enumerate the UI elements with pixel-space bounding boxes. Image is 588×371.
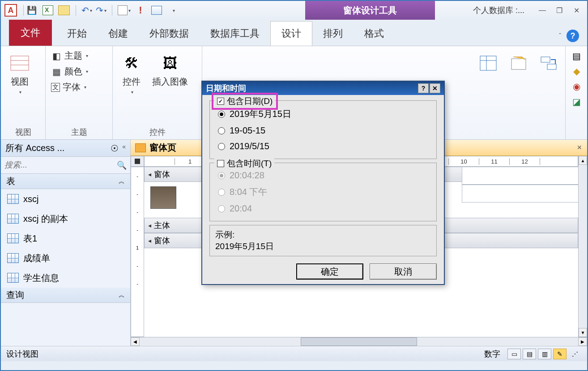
table-icon	[7, 273, 19, 283]
tab-home[interactable]: 开始	[56, 22, 98, 46]
scroll-left-icon[interactable]: ◀	[131, 337, 140, 346]
scroll-thumb[interactable]	[301, 337, 417, 346]
svg-rect-7	[541, 57, 550, 62]
section-arrow-icon: ◂	[148, 237, 151, 244]
radio-icon	[218, 172, 225, 179]
convert-macro-icon[interactable]: ◪	[569, 95, 584, 108]
section-arrow-icon: ◂	[148, 171, 151, 178]
chevron-up-icon: ︽	[119, 291, 125, 299]
redo-button[interactable]: ↷▾	[96, 5, 107, 16]
tab-create[interactable]: 创建	[98, 22, 139, 46]
qat-customize-icon[interactable]: ▾	[167, 4, 180, 17]
header-controls-area	[462, 167, 587, 203]
new-object-button[interactable]: ▾	[118, 5, 131, 15]
save-icon[interactable]: 💾	[26, 4, 38, 17]
group-label-controls: 控件	[118, 125, 196, 138]
image-icon: 🖼	[159, 52, 181, 74]
svg-rect-0	[11, 56, 29, 70]
export-excel-icon[interactable]	[42, 4, 54, 17]
tab-external-data[interactable]: 外部数据	[139, 22, 200, 46]
datasheet-view-icon[interactable]: ▤	[523, 349, 536, 359]
tab-arrange[interactable]: 排列	[312, 22, 354, 46]
radio-icon	[218, 127, 225, 134]
nav-item-table[interactable]: 成绩单	[1, 248, 130, 268]
view-icon	[9, 52, 30, 74]
nav-group-tables[interactable]: 表︽	[1, 174, 130, 189]
themes-icon: ◧	[51, 51, 62, 61]
placeholder-control[interactable]	[462, 185, 587, 203]
scroll-down-icon[interactable]: ▼	[579, 328, 587, 337]
design-view-icon[interactable]: ✎	[553, 349, 567, 359]
dialog-titlebar[interactable]: 日期和时间 ? ✕	[202, 82, 444, 95]
include-date-checkbox[interactable]: 包含日期(D)	[214, 95, 275, 107]
nav-item-table[interactable]: 学生信息	[1, 268, 130, 288]
add-fields-icon[interactable]	[477, 52, 499, 74]
tab-database-tools[interactable]: 数据库工具	[200, 22, 270, 46]
view-button[interactable]: 视图 ▾	[6, 50, 33, 125]
scroll-up-icon[interactable]: ▲	[579, 156, 587, 165]
cancel-button[interactable]: 取消	[370, 263, 437, 280]
controls-button[interactable]: 🛠 控件 ▾	[118, 50, 145, 125]
warning-icon[interactable]: !	[134, 4, 147, 17]
ribbon-tabs: 文件 开始 创建 外部数据 数据库工具 设计 排列 格式 ˆ ?	[1, 20, 587, 46]
table-icon	[7, 194, 19, 204]
property-sheet-icon[interactable]	[508, 52, 529, 74]
resize-grip-icon[interactable]: ⋰	[568, 349, 582, 359]
search-icon[interactable]: 🔍	[117, 160, 127, 170]
ribbon-expand-icon[interactable]: ˆ	[559, 32, 561, 39]
horizontal-scrollbar[interactable]: ◀ ▶	[131, 337, 587, 346]
search-input[interactable]	[4, 160, 117, 170]
undo-button[interactable]: ↶▾	[81, 5, 92, 16]
search-box[interactable]: 🔍	[1, 157, 130, 174]
nav-item-table[interactable]: xscj 的副本	[1, 209, 130, 229]
include-time-checkbox[interactable]: 包含时间(T)	[214, 158, 274, 169]
date-format-option-2[interactable]: 19-05-15	[216, 123, 430, 138]
tab-order-icon[interactable]	[538, 52, 560, 74]
nav-pane-header[interactable]: 所有 Access ... ☉«	[1, 140, 130, 157]
date-format-option-1[interactable]: 2019年5月15日	[216, 105, 430, 123]
tab-file[interactable]: 文件	[9, 20, 52, 46]
themes-button[interactable]: ◧主题 ▾	[51, 50, 88, 62]
ruler-corner[interactable]	[131, 156, 144, 167]
fonts-button[interactable]: 文字体 ▾	[51, 81, 88, 93]
edit-icon[interactable]	[58, 4, 70, 17]
svg-rect-3	[480, 56, 496, 70]
close-tab-icon[interactable]: ×	[577, 143, 582, 152]
datasheet-icon[interactable]	[150, 4, 163, 17]
placeholder-control[interactable]	[462, 167, 587, 185]
code-icon[interactable]: ◆	[569, 65, 584, 78]
vertical-ruler[interactable]: ----1--	[131, 167, 144, 337]
status-mode-label: 数字	[484, 349, 500, 359]
help-icon[interactable]: ?	[567, 30, 579, 42]
tab-design[interactable]: 设计	[270, 21, 312, 46]
tab-format[interactable]: 格式	[354, 22, 395, 46]
restore-icon[interactable]: ❐	[553, 5, 566, 16]
dialog-help-icon[interactable]: ?	[418, 83, 429, 93]
radio-icon	[218, 143, 225, 150]
nav-item-table[interactable]: xscj	[1, 189, 130, 209]
nav-collapse-icon[interactable]: «	[122, 143, 126, 154]
close-icon[interactable]: ✕	[570, 5, 583, 16]
nav-group-queries[interactable]: 查询︽	[1, 288, 130, 303]
section-arrow-icon: ◂	[148, 222, 151, 229]
time-format-option-3: 20:04	[216, 201, 430, 216]
minimize-icon[interactable]: —	[536, 5, 549, 16]
macro-icon[interactable]: ◉	[569, 80, 584, 93]
subform-icon[interactable]: ▤	[569, 50, 584, 62]
app-icon: A	[4, 4, 17, 17]
radio-icon	[218, 111, 225, 118]
vertical-scrollbar[interactable]: ▲ ▼	[578, 156, 587, 337]
table-icon	[7, 214, 19, 224]
nav-item-table[interactable]: 表1	[1, 229, 130, 248]
date-format-option-3[interactable]: 2019/5/15	[216, 138, 430, 154]
scroll-right-icon[interactable]: ▶	[578, 337, 587, 346]
dialog-close-icon[interactable]: ✕	[430, 83, 440, 93]
insert-image-button[interactable]: 🖼 插入图像	[149, 50, 191, 125]
colors-button[interactable]: ▦颜色 ▾	[51, 65, 88, 78]
ok-button[interactable]: 确定	[296, 263, 363, 280]
header-image[interactable]	[150, 186, 176, 209]
nav-dropdown-icon[interactable]: ☉	[111, 143, 119, 154]
status-bar: 设计视图 数字 ▭ ▤ ▥ ✎ ⋰	[1, 346, 587, 361]
form-view-icon[interactable]: ▭	[507, 349, 521, 359]
layout-view-icon[interactable]: ▥	[538, 349, 551, 359]
